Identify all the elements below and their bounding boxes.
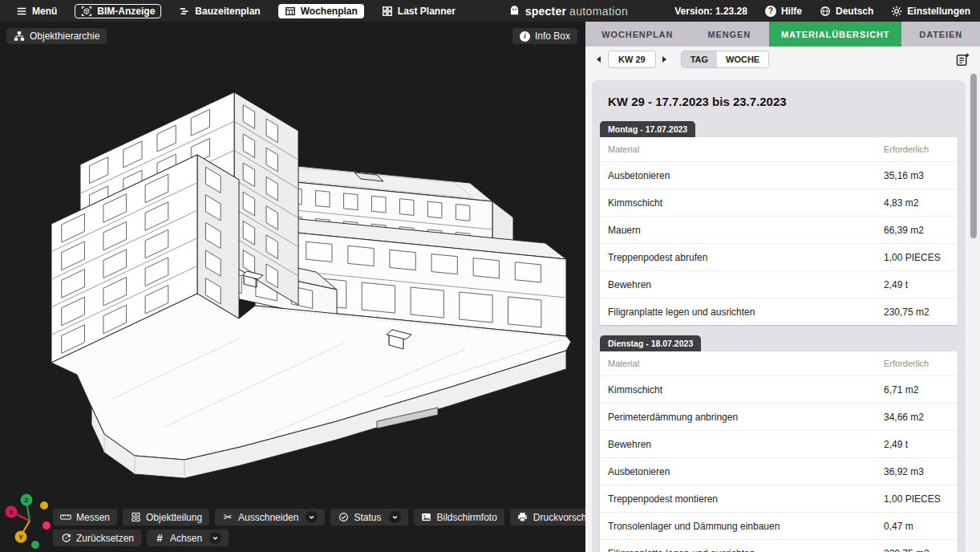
- column-material: Material: [608, 359, 884, 368]
- week-heading: KW 29 - 17.7.2023 bis 23.7.2023: [608, 95, 950, 108]
- material-cell: Mauern: [608, 225, 884, 236]
- viewer-tool-druckvorschau[interactable]: Druckvorschau: [510, 509, 585, 526]
- table-row: Treppenpodest montieren1,00 PIECES: [600, 485, 958, 512]
- viewer-tool-achsen[interactable]: #Achsen: [147, 530, 229, 546]
- table-row: Treppenpodest abrufen1,00 PIECES: [600, 243, 958, 270]
- table-row: Filigranplatte legen und ausrichten230,7…: [600, 539, 958, 552]
- note-add-icon[interactable]: [955, 52, 970, 67]
- next-week-button[interactable]: [662, 55, 669, 64]
- printer-icon: [517, 512, 528, 523]
- tab-materialuebersicht[interactable]: MATERIALÜBERSICHT: [769, 22, 901, 47]
- brand-logo: specter automation: [508, 5, 628, 18]
- nav-bauzeitenplan[interactable]: Bauzeitenplan: [172, 4, 266, 18]
- week-chip[interactable]: KW 29: [608, 51, 656, 68]
- material-cell: Treppenpodest montieren: [608, 493, 884, 505]
- nav-label: Bauzeitenplan: [195, 6, 260, 17]
- day-badge: Montag - 17.07.2023: [600, 121, 695, 137]
- info-icon: i: [520, 31, 530, 42]
- nav-last-planner[interactable]: Last Planner: [375, 4, 462, 18]
- required-cell: 230,75 m2: [884, 548, 958, 552]
- reset-icon: [60, 533, 71, 544]
- split-icon: [130, 512, 141, 523]
- material-card: KW 29 - 17.7.2023 bis 23.7.2023 Montag -…: [592, 80, 966, 552]
- required-cell: 34,66 m2: [884, 412, 958, 423]
- nav-label: Last Planner: [398, 6, 456, 17]
- column-material: Material: [608, 144, 884, 154]
- material-cell: Filigranplatte legen und ausrichten: [608, 306, 884, 318]
- required-cell: 2,49 t: [884, 439, 958, 450]
- material-cell: Bewehren: [608, 279, 884, 290]
- table-row: Mauern66,39 m2: [600, 216, 958, 243]
- chevron-down-icon[interactable]: [209, 532, 221, 544]
- language-button[interactable]: Deutsch: [820, 6, 873, 17]
- material-table: MaterialErforderlichKimmschicht6,71 m2Pe…: [600, 351, 958, 552]
- table-row: Ausbetonieren35,16 m3: [600, 161, 958, 189]
- globe-icon: [820, 6, 831, 17]
- required-cell: 2,49 t: [884, 279, 958, 290]
- nav-label: BIM-Anzeige: [97, 6, 155, 17]
- info-box-button[interactable]: i Info Box: [512, 28, 577, 44]
- nav-wochenplan[interactable]: Wochenplan: [278, 4, 364, 18]
- axis-gizmo: ZXY: [6, 494, 51, 550]
- material-cell: Kimmschicht: [608, 384, 884, 396]
- svg-text:X: X: [9, 509, 14, 516]
- scissors-icon: ✂: [222, 512, 233, 523]
- scrollbar-track[interactable]: [967, 72, 980, 552]
- viewer-tool-zur-cksetzen[interactable]: Zurücksetzen: [53, 530, 141, 546]
- table-header: MaterialErforderlich: [600, 351, 958, 375]
- table-row: Ausbetonieren36,92 m3: [600, 457, 958, 485]
- required-cell: 1,00 PIECES: [884, 252, 958, 263]
- viewer-tool-ausschneiden[interactable]: ✂Ausschneiden: [215, 509, 325, 526]
- object-hierarchy-button[interactable]: Objekthierarchie: [6, 28, 107, 44]
- table-row: Bewehren2,49 t: [600, 430, 958, 457]
- bim-viewport[interactable]: ZXY Objekthierarchie i Info Box MessenOb…: [0, 22, 585, 552]
- viewer-tool-objektteilung[interactable]: Objektteilung: [123, 509, 209, 526]
- required-cell: 35,16 m3: [884, 170, 958, 181]
- chevron-down-icon[interactable]: [306, 511, 318, 523]
- chevron-down-icon[interactable]: [389, 511, 401, 523]
- required-cell: 230,75 m2: [884, 306, 958, 318]
- viewer-tool-status[interactable]: Status: [330, 509, 407, 526]
- side-panel: WOCHENPLAN MENGEN MATERIALÜBERSICHT DATE…: [585, 22, 980, 552]
- nav-bim-anzeige[interactable]: BIM-Anzeige: [75, 4, 161, 18]
- nav-label: Wochenplan: [301, 6, 358, 17]
- viewer-tool-messen[interactable]: Messen: [53, 509, 117, 526]
- gear-icon: [891, 6, 902, 17]
- viewer-tool-bildschirmfoto[interactable]: Bildschirmfoto: [414, 509, 504, 526]
- tab-wochenplan[interactable]: WOCHENPLAN: [585, 22, 689, 47]
- menu-label: Menü: [32, 6, 57, 17]
- status-check-icon: [338, 512, 349, 523]
- required-cell: 66,39 m2: [884, 225, 958, 236]
- weekplan-icon: [285, 6, 296, 17]
- brand-suffix: automation: [569, 5, 628, 18]
- tab-dateien[interactable]: DATEIEN: [901, 22, 980, 47]
- column-required: Erforderlich: [884, 144, 958, 154]
- hierarchy-icon: [14, 30, 25, 42]
- menu-button[interactable]: Menü: [10, 4, 63, 18]
- day-badge: Dienstag - 18.07.2023: [600, 335, 701, 351]
- table-header: MaterialErforderlich: [600, 137, 958, 161]
- table-row: Kimmschicht6,71 m2: [600, 375, 958, 403]
- day-section: Montag - 17.07.2023MaterialErforderlichA…: [600, 121, 958, 325]
- help-icon: ?: [765, 6, 776, 17]
- ruler-icon: [60, 512, 71, 523]
- scrollbar-thumb[interactable]: [970, 74, 977, 238]
- material-cell: Ausbetonieren: [608, 466, 884, 477]
- required-cell: 36,92 m3: [884, 466, 958, 477]
- required-cell: 1,00 PIECES: [884, 493, 958, 505]
- table-row: Tronsolenlager und Dämmung einbauen0,47 …: [600, 512, 958, 539]
- material-cell: Treppenpodest abrufen: [608, 252, 884, 263]
- material-cell: Filigranplatte legen und ausrichten: [608, 548, 884, 552]
- settings-button[interactable]: Einstellungen: [891, 6, 970, 17]
- help-button[interactable]: ? Hilfe: [765, 6, 802, 17]
- version-label: Version: 1.23.28: [674, 6, 747, 17]
- material-cell: Kimmschicht: [608, 197, 884, 209]
- tab-mengen[interactable]: MENGEN: [689, 22, 769, 47]
- table-row: Perimeterdämmung anbringen34,66 m2: [600, 403, 958, 430]
- toggle-woche[interactable]: WOCHE: [717, 51, 768, 67]
- toggle-tag[interactable]: TAG: [682, 51, 717, 67]
- material-cell: Ausbetonieren: [608, 170, 884, 181]
- material-cell: Tronsolenlager und Dämmung einbauen: [608, 521, 884, 532]
- axes-icon: #: [154, 533, 165, 544]
- previous-week-button[interactable]: [595, 55, 602, 64]
